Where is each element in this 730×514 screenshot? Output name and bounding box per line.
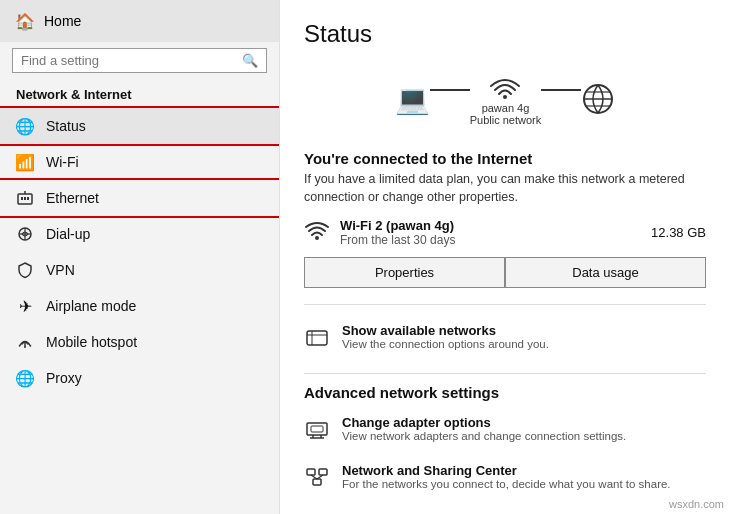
sidebar-item-airplane[interactable]: ✈ Airplane mode — [0, 288, 279, 324]
sidebar-item-hotspot[interactable]: Mobile hotspot — [0, 324, 279, 360]
sharing-title: Network and Sharing Center — [342, 463, 671, 478]
wifi-network-label: pawan 4gPublic network — [470, 102, 542, 126]
wifi-nav-icon: 📶 — [16, 153, 34, 171]
wifi-label: Wi-Fi — [46, 154, 79, 170]
show-networks-title: Show available networks — [342, 323, 549, 338]
home-label: Home — [44, 13, 81, 29]
line2 — [541, 89, 581, 91]
vpn-label: VPN — [46, 262, 75, 278]
divider1 — [304, 304, 706, 305]
show-networks-desc: View the connection options around you. — [342, 338, 549, 350]
svg-rect-25 — [313, 479, 321, 485]
wifi-network-name: Wi-Fi 2 (pawan 4g) — [340, 218, 641, 233]
sharing-desc: For the networks you connect to, decide … — [342, 478, 671, 490]
search-box[interactable]: 🔍 — [12, 48, 267, 73]
adapter-options-item[interactable]: Change adapter options View network adap… — [304, 407, 706, 455]
sidebar-item-dialup[interactable]: Dial-up — [0, 216, 279, 252]
show-networks-item[interactable]: Show available networks View the connect… — [304, 315, 706, 363]
laptop-icon: 💻 — [395, 83, 430, 116]
sidebar-item-ethernet[interactable]: Ethernet — [0, 180, 279, 216]
section-label: Network & Internet — [0, 83, 279, 108]
sidebar-item-home[interactable]: 🏠 Home — [0, 0, 279, 42]
sharing-icon — [304, 465, 330, 495]
wifi-info-row: Wi-Fi 2 (pawan 4g) From the last 30 days… — [304, 218, 706, 247]
connection-status: You're connected to the Internet — [304, 150, 706, 167]
sharing-text: Network and Sharing Center For the netwo… — [342, 463, 671, 490]
ethernet-icon — [16, 189, 34, 207]
sidebar-item-vpn[interactable]: VPN — [0, 252, 279, 288]
svg-point-9 — [503, 95, 507, 99]
sidebar-item-proxy[interactable]: 🌐 Proxy — [0, 360, 279, 396]
svg-point-8 — [24, 346, 26, 348]
svg-rect-15 — [307, 331, 327, 345]
sidebar-item-status[interactable]: 🌐 Status — [0, 108, 279, 144]
home-icon: 🏠 — [16, 12, 34, 30]
proxy-icon: 🌐 — [16, 369, 34, 387]
show-networks-text: Show available networks View the connect… — [342, 323, 549, 350]
page-title: Status — [304, 20, 706, 48]
wifi-period: From the last 30 days — [340, 233, 641, 247]
properties-button[interactable]: Properties — [304, 257, 505, 288]
adapter-title: Change adapter options — [342, 415, 626, 430]
svg-rect-23 — [307, 469, 315, 475]
wifi-actions: Properties Data usage — [304, 257, 706, 288]
adapter-desc: View network adapters and change connect… — [342, 430, 626, 442]
ethernet-label: Ethernet — [46, 190, 99, 206]
divider2 — [304, 373, 706, 374]
line1 — [430, 89, 470, 91]
wifi-details: Wi-Fi 2 (pawan 4g) From the last 30 days — [340, 218, 641, 247]
sidebar: 🏠 Home 🔍 Network & Internet 🌐 Status 📶 W… — [0, 0, 280, 514]
connection-desc: If you have a limited data plan, you can… — [304, 171, 706, 206]
dialup-label: Dial-up — [46, 226, 90, 242]
main-content: Status 💻 pawan 4gPublic network — [280, 0, 730, 514]
data-usage-button[interactable]: Data usage — [505, 257, 706, 288]
status-icon: 🌐 — [16, 117, 34, 135]
svg-rect-3 — [27, 197, 29, 200]
vpn-icon — [16, 261, 34, 279]
hotspot-label: Mobile hotspot — [46, 334, 137, 350]
svg-rect-24 — [319, 469, 327, 475]
svg-rect-1 — [21, 197, 23, 200]
search-icon[interactable]: 🔍 — [242, 53, 258, 68]
svg-rect-18 — [307, 423, 327, 435]
hotspot-icon — [16, 333, 34, 351]
sidebar-item-wifi[interactable]: 📶 Wi-Fi — [0, 144, 279, 180]
wifi-signal-icon: pawan 4gPublic network — [470, 72, 542, 126]
dialup-icon — [16, 225, 34, 243]
adapter-icon — [304, 417, 330, 447]
adapter-text: Change adapter options View network adap… — [342, 415, 626, 442]
proxy-label: Proxy — [46, 370, 82, 386]
airplane-label: Airplane mode — [46, 298, 136, 314]
wifi-large-icon — [304, 219, 330, 247]
svg-point-14 — [315, 236, 319, 240]
sharing-center-item[interactable]: Network and Sharing Center For the netwo… — [304, 455, 706, 503]
network-diagram: 💻 pawan 4gPublic network — [304, 64, 706, 134]
airplane-icon: ✈ — [16, 297, 34, 315]
show-networks-icon — [304, 325, 330, 355]
search-input[interactable] — [21, 53, 242, 68]
status-label: Status — [46, 118, 86, 134]
wifi-data-size: 12.38 GB — [651, 225, 706, 240]
globe-icon — [581, 82, 615, 116]
svg-rect-2 — [24, 197, 26, 200]
troubleshooter-item[interactable]: Network troubleshooter Diagnose and fix … — [304, 503, 706, 514]
svg-rect-22 — [311, 426, 323, 432]
advanced-heading: Advanced network settings — [304, 384, 706, 401]
